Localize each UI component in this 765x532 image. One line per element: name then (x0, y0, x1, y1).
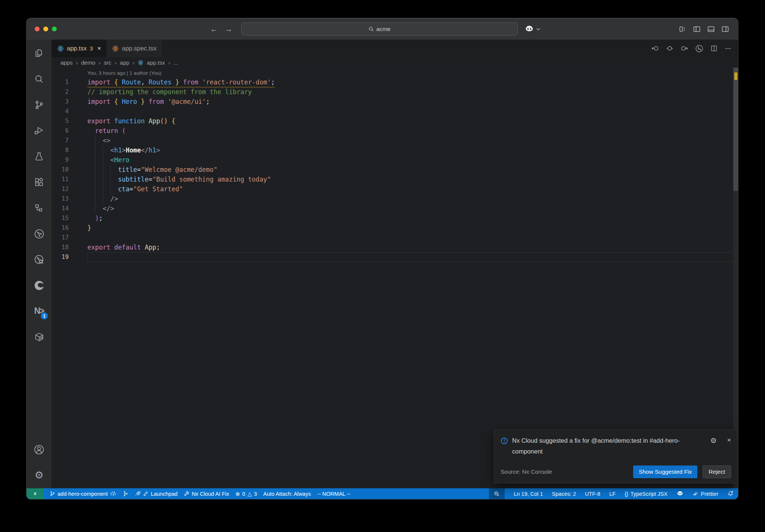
line-number[interactable]: 18 (52, 242, 69, 252)
line-number[interactable]: 7 (52, 136, 69, 145)
navigate-forward-button[interactable]: → (225, 25, 233, 33)
code-line[interactable]: 8 <h1>Home</h1> (52, 145, 738, 155)
code-line[interactable]: 10 title="Welcmoe @acme/demo" (52, 165, 738, 174)
formatter-status[interactable]: ✓✓ Prettier (693, 491, 718, 497)
code-line[interactable]: 9 <Hero (52, 155, 738, 165)
cursor-position-status[interactable]: Ln 19, Col 1 (514, 491, 543, 497)
code-line[interactable]: 4 (52, 106, 738, 116)
line-number[interactable]: 9 (52, 155, 69, 165)
code-line[interactable]: 16} (52, 223, 738, 233)
indentation-status[interactable]: Spaces: 2 (552, 491, 576, 497)
eol-status[interactable]: LF (609, 491, 616, 497)
breadcrumb-segment[interactable]: app (120, 59, 129, 66)
git-graph-status[interactable] (123, 491, 128, 497)
breadcrumb-segment[interactable]: demo (81, 59, 96, 66)
code-line[interactable]: 6 return ( (52, 126, 738, 136)
close-window-button[interactable] (35, 27, 40, 31)
sidebar-item-nx-console[interactable]: N> 1 (27, 298, 52, 324)
minimize-window-button[interactable] (43, 27, 48, 31)
breadcrumb-segment[interactable]: apps (61, 59, 73, 66)
encoding-status[interactable]: UTF-8 (585, 491, 600, 497)
notification-close-icon[interactable]: × (727, 436, 731, 444)
code-line[interactable]: 15 ); (52, 213, 738, 223)
account-button[interactable] (27, 437, 52, 463)
code-line[interactable]: 14 </> (52, 204, 738, 213)
sidebar-item-containers[interactable] (27, 324, 52, 350)
split-editor-icon[interactable] (710, 45, 718, 52)
line-number[interactable]: 5 (52, 116, 69, 126)
toggle-secondary-sidebar-icon[interactable] (721, 25, 729, 33)
editor[interactable]: You, 3 hours ago | 1 author (You) 1impor… (52, 68, 738, 488)
line-number[interactable]: 16 (52, 223, 69, 233)
line-number[interactable]: 1 (52, 77, 69, 87)
breadcrumb-overflow[interactable]: ... (173, 59, 178, 66)
scrollbar-thumb[interactable] (733, 68, 738, 191)
command-center-search[interactable]: acme (241, 22, 518, 35)
settings-button[interactable]: ⚙ (27, 463, 52, 488)
sidebar-item-graph-search[interactable] (27, 247, 52, 272)
sidebar-item-project-graph[interactable] (27, 221, 52, 247)
sidebar-item-run-debug[interactable] (27, 118, 52, 143)
code-line[interactable]: 5export function App() { (52, 116, 738, 126)
code-line[interactable]: 17 (52, 233, 738, 242)
line-number[interactable]: 17 (52, 233, 69, 242)
sidebar-item-extensions[interactable] (27, 169, 52, 195)
launchpad-status[interactable]: Launchpad (135, 491, 178, 497)
problems-status[interactable]: ⊗ 0 △ 3 (235, 491, 257, 497)
more-actions-icon[interactable] (725, 45, 731, 52)
copilot-menu-button[interactable] (524, 24, 541, 34)
customize-layout-icon[interactable] (679, 25, 687, 33)
code-line[interactable]: 12 cta="Get Started" (52, 184, 738, 194)
breadcrumb-segment[interactable]: src (104, 59, 111, 66)
copilot-status[interactable] (676, 490, 684, 497)
zoom-status[interactable] (489, 488, 505, 499)
toggle-primary-sidebar-icon[interactable] (693, 25, 701, 33)
auto-attach-status[interactable]: Auto Attach: Always (263, 491, 311, 497)
navigate-back-button[interactable]: ← (210, 25, 218, 33)
language-mode-status[interactable]: {} TypeScript JSX (625, 491, 668, 497)
tab-app-spec-tsx[interactable]: app.spec.tsx (106, 40, 162, 57)
current-change-icon[interactable] (666, 45, 673, 52)
line-number[interactable]: 14 (52, 204, 69, 213)
line-number[interactable]: 3 (52, 97, 69, 106)
code-line[interactable]: 19 (52, 252, 738, 262)
line-number[interactable]: 2 (52, 87, 69, 97)
remote-indicator[interactable] (27, 488, 43, 499)
maximize-window-button[interactable] (52, 27, 57, 31)
sidebar-item-source-control[interactable] (27, 92, 52, 118)
line-number[interactable]: 10 (52, 165, 69, 174)
git-branch-status[interactable]: add-hero-component (50, 491, 117, 497)
sidebar-item-search[interactable] (27, 66, 52, 92)
line-number[interactable]: 4 (52, 106, 69, 116)
close-tab-icon[interactable]: × (97, 45, 101, 52)
reject-button[interactable]: Reject (703, 466, 731, 478)
line-number[interactable]: 8 (52, 145, 69, 155)
code-line[interactable]: 18export default App; (52, 242, 738, 252)
line-number[interactable]: 13 (52, 194, 69, 204)
notification-settings-icon[interactable]: ⚙ (710, 436, 716, 445)
tab-app-tsx[interactable]: app.tsx 3 × (52, 40, 106, 57)
line-number[interactable]: 6 (52, 126, 69, 136)
next-change-icon[interactable] (681, 45, 688, 52)
notifications-bell[interactable] (727, 491, 734, 497)
line-number[interactable]: 12 (52, 184, 69, 194)
toggle-panel-icon[interactable] (707, 25, 715, 33)
previous-change-icon[interactable] (651, 45, 659, 52)
code-area[interactable]: 1import { Route, Routes } from 'react-ro… (52, 77, 738, 262)
code-line[interactable]: 1import { Route, Routes } from 'react-ro… (52, 77, 738, 87)
editor-scrollbar[interactable] (733, 68, 738, 488)
code-line[interactable]: 7 <> (52, 136, 738, 145)
sidebar-item-references[interactable] (27, 195, 52, 221)
sidebar-item-explorer[interactable] (27, 40, 52, 66)
code-line[interactable]: 3import { Hero } from '@acme/ui'; (52, 97, 738, 106)
line-number[interactable]: 15 (52, 213, 69, 223)
line-number[interactable]: 19 (52, 252, 69, 262)
sidebar-item-testing[interactable] (27, 143, 52, 169)
code-line[interactable]: 13 /> (52, 194, 738, 204)
show-suggested-fix-button[interactable]: Show Suggested Fix (633, 466, 697, 478)
sidebar-item-edge-devtools[interactable] (27, 272, 52, 298)
line-number[interactable]: 11 (52, 174, 69, 184)
breadcrumb-file[interactable]: app.tsx (147, 59, 165, 66)
vim-mode-status[interactable]: -- NORMAL -- (317, 491, 350, 497)
run-graph-icon[interactable] (695, 44, 703, 53)
